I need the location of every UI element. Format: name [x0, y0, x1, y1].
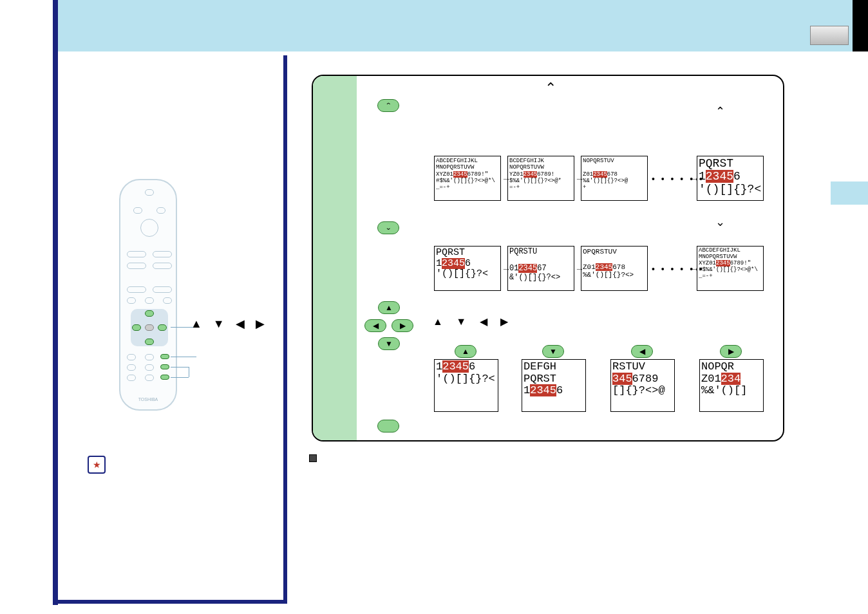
- remote-dpad-left[interactable]: [132, 324, 141, 331]
- char-grid-down: DEFGH PQRST 123456: [522, 359, 586, 412]
- header-banner: [53, 0, 868, 51]
- remote-key-green[interactable]: [160, 354, 169, 359]
- right-arrow-icon: →: [690, 264, 699, 274]
- right-arrow-icon: →: [575, 264, 584, 274]
- remote-dpad-right[interactable]: [158, 324, 167, 331]
- panel-dpad: ▲ ▼ ◀ ▶: [364, 301, 413, 350]
- remote-arrow-label: ▲ ▼ ◀ ▶: [191, 317, 269, 331]
- explanation-panel: ⌃ ⌃ ⌄ ⌃ ⌄ ▲ ▼ ◀ ▶ ▲ ▼ ◀ ▶ ABCDEFGHIJKL M…: [312, 75, 784, 442]
- remote-dpad-up[interactable]: [145, 310, 154, 317]
- char-grid-left: RSTUV 3456789 []{}?<>@: [610, 359, 675, 412]
- caret-up-icon: ⌃: [715, 104, 725, 118]
- char-grid-up: 123456 '()[]{}?<: [434, 359, 498, 412]
- char-grid-full: ABCDEFGHIJKL MNOPQRSTUVW XYZ0123456789!"…: [434, 156, 501, 201]
- footnote-marker: [309, 454, 317, 462]
- remote-illustration: TOSHIBA: [119, 179, 177, 411]
- char-grid-step: PQRSTU 01234567 &'()[]{}?<>: [507, 246, 574, 291]
- char-grid-zoomed: PQRST 123456 '()[]{}?<: [434, 246, 501, 291]
- right-arrow-icon: →: [690, 174, 699, 184]
- left-triangle-icon: ◀: [236, 317, 249, 330]
- remote-key-chev-down[interactable]: [160, 375, 169, 380]
- pill-down[interactable]: ▼: [378, 337, 400, 350]
- pill-chev-down[interactable]: ⌄: [377, 221, 399, 234]
- pill-chev-up[interactable]: ⌃: [377, 99, 399, 112]
- chevron-down-icon: ⌄: [385, 224, 392, 231]
- char-grid-step: BCDEFGHIJK NOPQRSTUVW YZ0123456789! $%&'…: [507, 156, 574, 201]
- pill-up[interactable]: ▲: [455, 345, 476, 358]
- right-arrow-icon: →: [502, 264, 511, 274]
- rule-mid: [283, 55, 287, 604]
- char-grid-full: ABCDEFGHIJKL MNOPQRSTUVW XYZ0123456789!"…: [697, 246, 764, 291]
- pill-blank[interactable]: [377, 420, 399, 433]
- right-triangle-icon: ▶: [500, 316, 513, 327]
- right-arrow-icon: →: [575, 174, 584, 184]
- char-grid-right: NOPQR Z01234 %&'()[]: [699, 359, 764, 412]
- right-triangle-icon: ▶: [256, 317, 269, 330]
- pill-up[interactable]: ▲: [378, 301, 400, 314]
- chevron-up-icon: ⌃: [385, 102, 392, 109]
- char-grid-step: NOPQRSTUV Z012345678 %&'()[]{}?<>@ +: [581, 156, 648, 201]
- side-tab: [831, 181, 868, 205]
- remote-brand: TOSHIBA: [120, 397, 176, 402]
- remote-dpad-down[interactable]: [145, 339, 154, 345]
- pill-left[interactable]: ◀: [631, 345, 653, 358]
- page-root: TOSHIBA ▲ ▼ ◀ ▶ ★ ⌃ ⌃ ⌄ ⌃ ⌄ ▲ ▼ ◀ ▶ ▲ ▼: [0, 0, 868, 614]
- down-triangle-icon: ▼: [456, 316, 471, 327]
- remote-dpad: [131, 309, 168, 346]
- right-arrow-icon: →: [502, 174, 511, 184]
- caret-down-icon: ⌄: [715, 215, 725, 229]
- header-button[interactable]: [810, 26, 849, 45]
- remote-key-chev-up[interactable]: [160, 364, 169, 369]
- char-grid-zoomed: PQRST 123456 '()[]{}?<: [697, 156, 764, 201]
- pill-right[interactable]: ▶: [720, 345, 742, 358]
- up-triangle-icon: ▲: [433, 316, 448, 327]
- caret-up-icon: ⌃: [545, 80, 556, 97]
- header-black-edge: [853, 0, 868, 51]
- pill-right[interactable]: ▶: [392, 319, 413, 332]
- up-triangle-icon: ▲: [191, 317, 206, 330]
- left-triangle-icon: ◀: [480, 316, 493, 327]
- direction-glyph-row: ▲ ▼ ◀ ▶: [433, 315, 513, 328]
- rule-left: [53, 0, 58, 605]
- rule-bottom: [53, 600, 286, 604]
- char-grid-step: OPQRSTUV Z012345678 %&'()[]{}?<>: [581, 246, 648, 291]
- pill-down[interactable]: ▼: [542, 345, 564, 358]
- down-triangle-icon: ▼: [213, 317, 229, 330]
- pill-left[interactable]: ◀: [364, 319, 386, 332]
- note-icon: ★: [88, 456, 106, 474]
